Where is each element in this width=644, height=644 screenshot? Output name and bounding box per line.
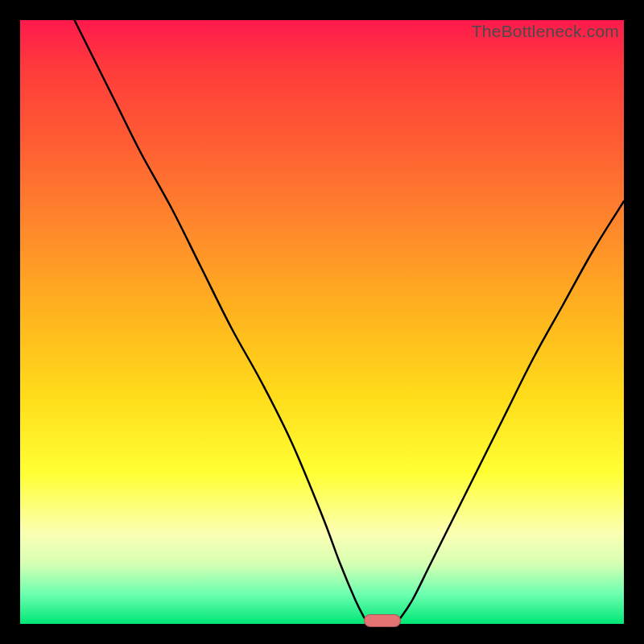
curve-layer [20,20,624,624]
chart-frame: TheBottleneck.com [0,0,644,644]
optimum-marker [364,614,401,627]
curve-right [401,201,625,618]
plot-area: TheBottleneck.com [20,20,624,624]
curve-left [75,20,365,618]
